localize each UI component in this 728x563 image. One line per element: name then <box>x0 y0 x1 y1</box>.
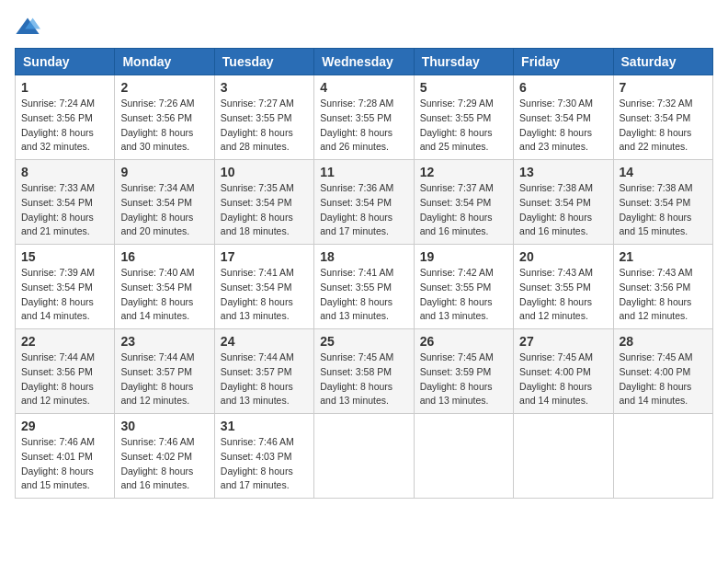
calendar-cell <box>414 414 513 499</box>
calendar-week-row: 8 Sunrise: 7:33 AM Sunset: 3:54 PM Dayli… <box>16 160 713 245</box>
calendar-cell <box>514 414 613 499</box>
calendar-cell: 8 Sunrise: 7:33 AM Sunset: 3:54 PM Dayli… <box>16 160 115 245</box>
calendar-cell: 22 Sunrise: 7:44 AM Sunset: 3:56 PM Dayl… <box>16 329 115 414</box>
calendar-cell: 5 Sunrise: 7:29 AM Sunset: 3:55 PM Dayli… <box>414 75 513 160</box>
day-number: 18 <box>320 249 407 264</box>
weekday-header: Wednesday <box>314 49 414 75</box>
day-info: Sunrise: 7:26 AM Sunset: 3:56 PM Dayligh… <box>120 97 208 155</box>
day-number: 7 <box>620 80 707 95</box>
day-number: 25 <box>320 334 407 349</box>
calendar-cell: 25 Sunrise: 7:45 AM Sunset: 3:58 PM Dayl… <box>314 329 414 414</box>
calendar-cell: 2 Sunrise: 7:26 AM Sunset: 3:56 PM Dayli… <box>115 75 214 160</box>
day-number: 17 <box>221 249 308 264</box>
day-number: 1 <box>21 80 108 95</box>
day-number: 5 <box>420 80 507 95</box>
day-info: Sunrise: 7:32 AM Sunset: 3:54 PM Dayligh… <box>620 97 707 155</box>
day-number: 13 <box>519 165 607 179</box>
header <box>15 15 713 40</box>
day-number: 16 <box>120 249 208 264</box>
calendar-cell: 26 Sunrise: 7:45 AM Sunset: 3:59 PM Dayl… <box>414 329 513 414</box>
day-number: 28 <box>620 334 707 349</box>
day-number: 20 <box>519 249 607 264</box>
day-info: Sunrise: 7:45 AM Sunset: 4:00 PM Dayligh… <box>620 350 707 408</box>
calendar-cell: 3 Sunrise: 7:27 AM Sunset: 3:55 PM Dayli… <box>214 75 313 160</box>
weekday-header: Saturday <box>613 49 712 75</box>
calendar-cell: 4 Sunrise: 7:28 AM Sunset: 3:55 PM Dayli… <box>314 75 414 160</box>
day-info: Sunrise: 7:43 AM Sunset: 3:56 PM Dayligh… <box>620 266 707 324</box>
day-info: Sunrise: 7:24 AM Sunset: 3:56 PM Dayligh… <box>21 97 108 155</box>
day-info: Sunrise: 7:37 AM Sunset: 3:54 PM Dayligh… <box>420 181 507 239</box>
calendar-cell: 20 Sunrise: 7:43 AM Sunset: 3:55 PM Dayl… <box>514 245 613 329</box>
weekday-header: Tuesday <box>214 49 313 75</box>
calendar-cell: 18 Sunrise: 7:41 AM Sunset: 3:55 PM Dayl… <box>314 245 414 329</box>
day-info: Sunrise: 7:36 AM Sunset: 3:54 PM Dayligh… <box>320 181 407 239</box>
weekday-header: Friday <box>514 49 613 75</box>
calendar: SundayMondayTuesdayWednesdayThursdayFrid… <box>15 48 713 499</box>
calendar-cell: 14 Sunrise: 7:38 AM Sunset: 3:54 PM Dayl… <box>613 160 712 245</box>
day-info: Sunrise: 7:34 AM Sunset: 3:54 PM Dayligh… <box>120 181 208 239</box>
day-number: 22 <box>21 334 108 349</box>
calendar-week-row: 22 Sunrise: 7:44 AM Sunset: 3:56 PM Dayl… <box>16 329 713 414</box>
day-info: Sunrise: 7:42 AM Sunset: 3:55 PM Dayligh… <box>420 266 507 324</box>
calendar-cell: 24 Sunrise: 7:44 AM Sunset: 3:57 PM Dayl… <box>214 329 313 414</box>
calendar-cell: 28 Sunrise: 7:45 AM Sunset: 4:00 PM Dayl… <box>613 329 712 414</box>
day-info: Sunrise: 7:30 AM Sunset: 3:54 PM Dayligh… <box>519 97 607 155</box>
day-number: 11 <box>320 165 407 179</box>
calendar-cell: 19 Sunrise: 7:42 AM Sunset: 3:55 PM Dayl… <box>414 245 513 329</box>
day-info: Sunrise: 7:29 AM Sunset: 3:55 PM Dayligh… <box>420 97 507 155</box>
calendar-cell: 31 Sunrise: 7:46 AM Sunset: 4:03 PM Dayl… <box>214 414 313 499</box>
weekday-header-row: SundayMondayTuesdayWednesdayThursdayFrid… <box>16 49 713 75</box>
calendar-cell: 11 Sunrise: 7:36 AM Sunset: 3:54 PM Dayl… <box>314 160 414 245</box>
day-number: 10 <box>221 165 308 179</box>
day-info: Sunrise: 7:44 AM Sunset: 3:57 PM Dayligh… <box>221 350 308 408</box>
calendar-cell: 27 Sunrise: 7:45 AM Sunset: 4:00 PM Dayl… <box>514 329 613 414</box>
day-info: Sunrise: 7:45 AM Sunset: 3:58 PM Dayligh… <box>320 350 407 408</box>
day-number: 14 <box>620 165 707 179</box>
day-info: Sunrise: 7:40 AM Sunset: 3:54 PM Dayligh… <box>120 266 208 324</box>
day-number: 9 <box>120 165 208 179</box>
day-info: Sunrise: 7:39 AM Sunset: 3:54 PM Dayligh… <box>21 266 108 324</box>
calendar-cell: 15 Sunrise: 7:39 AM Sunset: 3:54 PM Dayl… <box>16 245 115 329</box>
day-number: 19 <box>420 249 507 264</box>
day-number: 4 <box>320 80 407 95</box>
weekday-header: Sunday <box>16 49 115 75</box>
day-number: 29 <box>21 419 108 433</box>
day-number: 31 <box>221 419 308 433</box>
day-number: 26 <box>420 334 507 349</box>
calendar-cell <box>613 414 712 499</box>
calendar-cell: 1 Sunrise: 7:24 AM Sunset: 3:56 PM Dayli… <box>16 75 115 160</box>
day-info: Sunrise: 7:35 AM Sunset: 3:54 PM Dayligh… <box>221 181 308 239</box>
day-number: 23 <box>120 334 208 349</box>
day-info: Sunrise: 7:46 AM Sunset: 4:01 PM Dayligh… <box>21 435 108 493</box>
day-number: 27 <box>519 334 607 349</box>
calendar-cell: 23 Sunrise: 7:44 AM Sunset: 3:57 PM Dayl… <box>115 329 214 414</box>
calendar-week-row: 29 Sunrise: 7:46 AM Sunset: 4:01 PM Dayl… <box>16 414 713 499</box>
calendar-cell: 21 Sunrise: 7:43 AM Sunset: 3:56 PM Dayl… <box>613 245 712 329</box>
day-info: Sunrise: 7:38 AM Sunset: 3:54 PM Dayligh… <box>620 181 707 239</box>
day-number: 8 <box>21 165 108 179</box>
day-info: Sunrise: 7:44 AM Sunset: 3:56 PM Dayligh… <box>21 350 108 408</box>
weekday-header: Monday <box>115 49 214 75</box>
calendar-cell: 17 Sunrise: 7:41 AM Sunset: 3:54 PM Dayl… <box>214 245 313 329</box>
calendar-week-row: 15 Sunrise: 7:39 AM Sunset: 3:54 PM Dayl… <box>16 245 713 329</box>
calendar-cell: 29 Sunrise: 7:46 AM Sunset: 4:01 PM Dayl… <box>16 414 115 499</box>
day-info: Sunrise: 7:28 AM Sunset: 3:55 PM Dayligh… <box>320 97 407 155</box>
calendar-cell <box>314 414 414 499</box>
day-info: Sunrise: 7:43 AM Sunset: 3:55 PM Dayligh… <box>519 266 607 324</box>
day-number: 6 <box>519 80 607 95</box>
calendar-cell: 7 Sunrise: 7:32 AM Sunset: 3:54 PM Dayli… <box>613 75 712 160</box>
weekday-header: Thursday <box>414 49 513 75</box>
calendar-cell: 6 Sunrise: 7:30 AM Sunset: 3:54 PM Dayli… <box>514 75 613 160</box>
day-number: 12 <box>420 165 507 179</box>
day-number: 21 <box>620 249 707 264</box>
day-number: 3 <box>221 80 308 95</box>
day-number: 15 <box>21 249 108 264</box>
calendar-cell: 30 Sunrise: 7:46 AM Sunset: 4:02 PM Dayl… <box>115 414 214 499</box>
calendar-cell: 13 Sunrise: 7:38 AM Sunset: 3:54 PM Dayl… <box>514 160 613 245</box>
day-number: 24 <box>221 334 308 349</box>
calendar-week-row: 1 Sunrise: 7:24 AM Sunset: 3:56 PM Dayli… <box>16 75 713 160</box>
day-info: Sunrise: 7:45 AM Sunset: 3:59 PM Dayligh… <box>420 350 507 408</box>
calendar-cell: 10 Sunrise: 7:35 AM Sunset: 3:54 PM Dayl… <box>214 160 313 245</box>
calendar-cell: 12 Sunrise: 7:37 AM Sunset: 3:54 PM Dayl… <box>414 160 513 245</box>
day-info: Sunrise: 7:44 AM Sunset: 3:57 PM Dayligh… <box>120 350 208 408</box>
